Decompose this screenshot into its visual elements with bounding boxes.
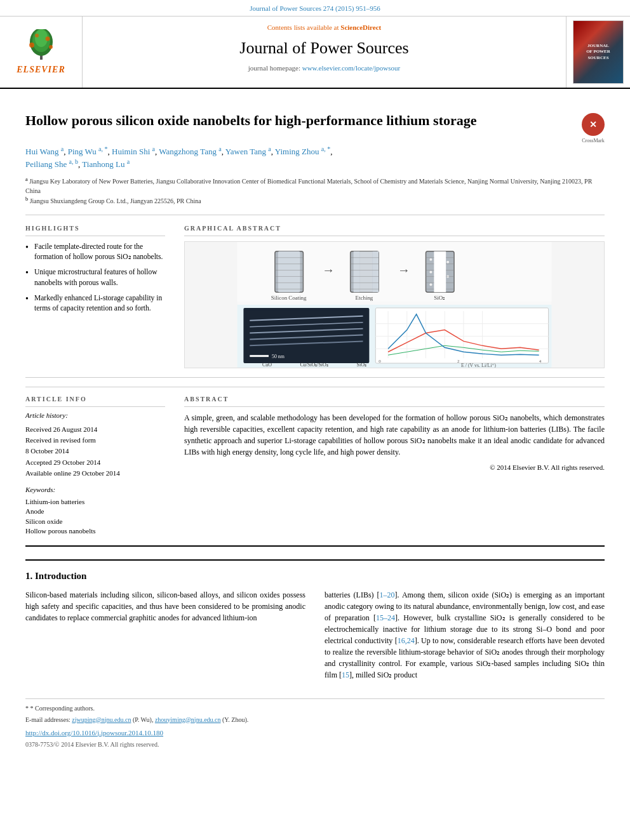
footnote-emails: E-mail addresses: zjwuping@njnu.edu.cn (… <box>25 716 605 724</box>
author-ping-wu: Ping Wu <box>68 147 97 156</box>
graphical-abstract-label: GRAPHICAL ABSTRACT <box>184 224 605 236</box>
author-huimin-shi: Huimin Shi <box>112 147 150 156</box>
affiliation-b: b Jiangsu Shuxiangdeng Group Co. Ltd., J… <box>25 196 605 206</box>
tree-icon <box>19 29 64 61</box>
keyword-4: Hollow porous nanobelts <box>25 526 165 536</box>
svg-point-6 <box>35 34 39 37</box>
abstract-label: ABSTRACT <box>184 395 605 407</box>
svg-text:Cu/SiO₂/SiO₂: Cu/SiO₂/SiO₂ <box>300 362 328 368</box>
article-title: Hollow porous silicon oxide nanobelts fo… <box>25 112 605 130</box>
cover-text: JOURNALOF POWERSOURCES <box>584 41 613 64</box>
sciencedirect-link: Contents lists available at ScienceDirec… <box>95 23 553 32</box>
cover-image: JOURNALOF POWERSOURCES <box>573 20 624 84</box>
history-received: Received 26 August 2014 <box>25 425 165 434</box>
crossmark-icon: ✕ <box>589 119 597 131</box>
history-revised-date: 8 October 2014 <box>25 446 165 456</box>
svg-point-35 <box>446 261 449 263</box>
top-reference-bar: Journal of Power Sources 274 (2015) 951–… <box>0 0 630 17</box>
divider-3 <box>25 545 605 547</box>
divider-2 <box>25 377 605 378</box>
svg-text:→: → <box>322 263 335 277</box>
affiliation-a-text: Jiangsu Key Laboratory of New Power Batt… <box>25 178 592 194</box>
svg-point-5 <box>49 45 53 49</box>
highlight-item-1: Facile template-directed route for the f… <box>25 241 165 262</box>
journal-name: Journal of Power Sources <box>95 37 553 60</box>
abstract-column: ABSTRACT A simple, green, and scalable m… <box>184 395 605 536</box>
crossmark-label: CrossMark <box>582 137 605 144</box>
main-content: ✕ CrossMark Hollow porous silicon oxide … <box>0 89 630 762</box>
svg-text:2: 2 <box>457 359 460 363</box>
intro-para-1: Silicon-based materials including silico… <box>25 589 305 623</box>
svg-point-34 <box>429 258 432 261</box>
author-peiliang-she: Peiliang She <box>25 159 67 169</box>
highlights-label: HIGHLIGHTS <box>25 224 165 236</box>
graphical-abstract-svg: Silicon Coating → Etchin <box>185 242 604 368</box>
doi-link[interactable]: http://dx.doi.org/10.1016/j.jpowsour.201… <box>25 728 605 738</box>
intro-section-num: 1. <box>25 571 32 581</box>
intro-para-2: batteries (LIBs) [1–20]. Among them, sil… <box>325 589 605 681</box>
affiliation-b-text: Jiangsu Shuxiangdeng Group Co. Ltd., Jia… <box>30 197 201 204</box>
sciencedirect-brand: ScienceDirect <box>340 23 381 31</box>
svg-text:→: → <box>398 263 410 277</box>
keyword-3: Silicon oxide <box>25 517 165 526</box>
title-section: ✕ CrossMark Hollow porous silicon oxide … <box>25 112 605 144</box>
footnote-email-zhou-name: (Y. Zhou). <box>222 716 248 723</box>
ref-1-20: 1–20 <box>380 590 395 599</box>
author-yawen-tang: Yawen Tang <box>225 147 266 156</box>
copyright: © 2014 Elsevier B.V. All rights reserved… <box>184 463 605 472</box>
svg-text:50 nm: 50 nm <box>272 354 285 359</box>
intro-col-left: Silicon-based materials including silico… <box>25 589 305 686</box>
highlights-column: HIGHLIGHTS Facile template-directed rout… <box>25 224 165 368</box>
intro-section-name: Introduction <box>35 571 86 581</box>
footnote-corresponding-text: * Corresponding authors. <box>30 705 95 712</box>
highlight-item-2: Unique microstructural features of hollo… <box>25 267 165 287</box>
ref-15: 15 <box>342 670 349 679</box>
elsevier-logo: ELSEVIER <box>0 17 83 88</box>
keyword-1: Lithium-ion batteries <box>25 497 165 507</box>
ref-16-24: 16,24 <box>398 636 415 645</box>
svg-rect-60 <box>250 355 269 357</box>
ref-15-24: 15–24 <box>376 613 395 622</box>
graphical-abstract-column: GRAPHICAL ABSTRACT <box>184 224 605 368</box>
crossmark-badge: ✕ <box>582 113 605 136</box>
author-yiming-zhou: Yiming Zhou <box>275 147 319 156</box>
journal-reference: Journal of Power Sources 274 (2015) 951–… <box>250 4 380 12</box>
article-info-column: ARTICLE INFO Article history: Received 2… <box>25 395 165 536</box>
svg-text:Silicon Coating: Silicon Coating <box>271 295 307 301</box>
journal-cover: JOURNALOF POWERSOURCES <box>566 17 630 88</box>
footnote-email-wu-name: (P. Wu), <box>133 716 155 723</box>
author-hui-wang: Hui Wang <box>25 147 59 156</box>
footnote-email-wu[interactable]: zjwuping@njnu.edu.cn <box>72 716 131 723</box>
svg-text:4: 4 <box>539 359 542 363</box>
abstract-text: A simple, green, and scalable methodolog… <box>184 412 605 458</box>
highlights-graphical-section: HIGHLIGHTS Facile template-directed rout… <box>25 224 605 368</box>
affiliation-a: a Jiangsu Key Laboratory of New Power Ba… <box>25 176 605 196</box>
svg-text:CuO: CuO <box>262 362 272 368</box>
svg-rect-33 <box>434 251 446 292</box>
elsevier-text: ELSEVIER <box>17 63 65 76</box>
footnote-email-zhou[interactable]: zhouyiming@njnu.edu.cn <box>155 716 221 723</box>
history-available: Available online 29 October 2014 <box>25 469 165 478</box>
highlight-item-3: Markedly enhanced Li-storage capability … <box>25 293 165 313</box>
svg-text:SiO₂: SiO₂ <box>434 295 445 301</box>
journal-center: Contents lists available at ScienceDirec… <box>83 17 566 88</box>
footnotes: * * Corresponding authors. E-mail addres… <box>25 698 605 749</box>
history-accepted: Accepted 29 October 2014 <box>25 458 165 467</box>
article-history-label: Article history: <box>25 411 165 420</box>
highlights-list: Facile template-directed route for the f… <box>25 241 165 313</box>
author-tianhong-lu: Tianhong Lu <box>82 159 124 169</box>
sciencedirect-prefix: Contents lists available at <box>267 23 340 31</box>
svg-point-4 <box>29 43 34 48</box>
svg-text:0: 0 <box>379 359 381 363</box>
graphical-abstract-image: Silicon Coating → Etchin <box>184 241 605 368</box>
journal-homepage-link[interactable]: www.elsevier.com/locate/jpowsour <box>302 64 400 72</box>
history-revised-label: Received in revised form <box>25 436 165 445</box>
introduction-section: 1. Introduction Silicon-based materials … <box>25 559 605 749</box>
svg-point-7 <box>45 36 50 41</box>
svg-point-38 <box>429 284 432 286</box>
intro-col-right: batteries (LIBs) [1–20]. Among them, sil… <box>325 589 605 686</box>
issn-line: 0378-7753/© 2014 Elsevier B.V. All right… <box>25 740 605 749</box>
footnote-star: * <box>25 705 30 712</box>
svg-text:Etching: Etching <box>356 295 373 301</box>
svg-text:E / (V vs. Li/Li⁺): E / (V vs. Li/Li⁺) <box>461 363 496 368</box>
